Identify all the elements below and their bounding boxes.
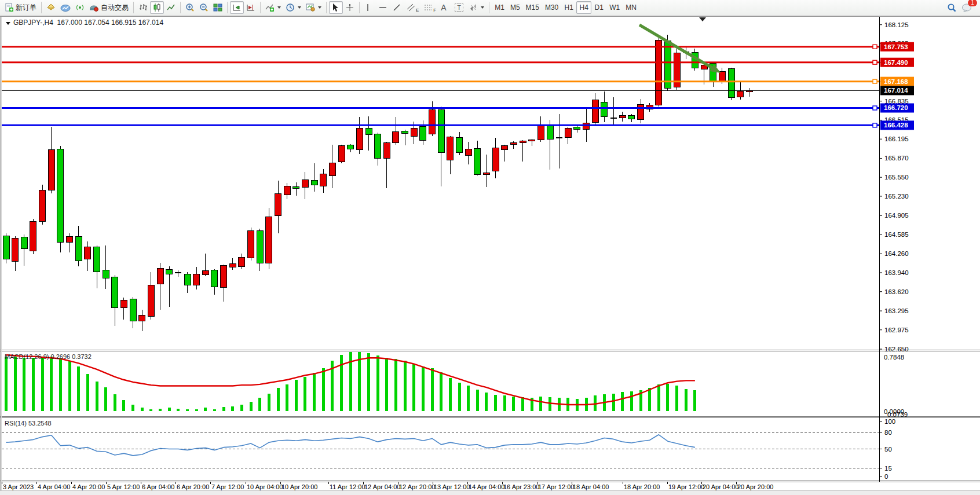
tf-button-mn[interactable]: MN bbox=[623, 1, 639, 14]
candle-doji-body bbox=[556, 137, 562, 138]
tf-button-w1[interactable]: W1 bbox=[606, 1, 623, 14]
label-tool-button[interactable]: T bbox=[452, 1, 466, 14]
time-tick-label: 18 Apr 04:00 bbox=[573, 483, 609, 490]
macd-indicator-label: MACD(12,26,9) 0.2696 0.3732 bbox=[5, 353, 92, 360]
candle-doji-body bbox=[610, 118, 617, 119]
auto-trading-icon bbox=[89, 3, 99, 12]
tf-button-h1[interactable]: H1 bbox=[561, 1, 576, 14]
text-tool-button[interactable]: A bbox=[438, 1, 452, 14]
macd-histogram-bar bbox=[539, 397, 542, 411]
macd-histogram-bar bbox=[675, 386, 678, 410]
candle-body bbox=[30, 222, 36, 251]
time-tick-label: 12 Apr 04:00 bbox=[364, 483, 400, 490]
candle-body bbox=[619, 116, 626, 118]
tf-button-m15[interactable]: M15 bbox=[523, 1, 542, 14]
candle-body bbox=[592, 100, 598, 122]
auto-scroll-button[interactable] bbox=[230, 1, 244, 14]
channel-tool-button[interactable]: E bbox=[404, 1, 421, 14]
macd-histogram-bar bbox=[141, 408, 144, 410]
candle-body bbox=[94, 247, 100, 272]
hline-endpoint-marker[interactable] bbox=[873, 79, 877, 83]
tf-button-d1[interactable]: D1 bbox=[591, 1, 606, 14]
auto-scroll-icon bbox=[232, 3, 242, 12]
macd-histogram-bar bbox=[195, 409, 198, 411]
macd-histogram-bar bbox=[77, 366, 80, 411]
rsi-axis-label: 100 bbox=[884, 418, 895, 425]
signals-icon bbox=[75, 3, 85, 12]
candle-body bbox=[229, 264, 236, 267]
tf-button-m5[interactable]: M5 bbox=[507, 1, 523, 14]
tile-windows-button[interactable] bbox=[211, 1, 225, 14]
cursor-tool-button[interactable] bbox=[329, 1, 343, 14]
toolbar-separator bbox=[326, 2, 327, 13]
macd-histogram-bar bbox=[50, 357, 53, 411]
price-tick-label: 163.940 bbox=[884, 269, 909, 276]
fibonacci-tool-button[interactable]: F bbox=[421, 1, 438, 14]
market-button[interactable] bbox=[58, 1, 73, 14]
horizontal-line-tool-button[interactable] bbox=[376, 1, 390, 14]
signals-button[interactable] bbox=[73, 1, 87, 14]
time-tick-label: 7 Apr 12:00 bbox=[211, 483, 244, 490]
fibonacci-icon bbox=[423, 3, 434, 12]
templates-icon bbox=[306, 3, 315, 12]
macd-histogram-bar bbox=[485, 393, 488, 410]
candle-body bbox=[48, 149, 54, 190]
new-order-button[interactable]: 新订单 bbox=[2, 1, 39, 14]
trendline-tool-button[interactable] bbox=[390, 1, 404, 14]
templates-button[interactable] bbox=[303, 1, 324, 14]
tf-button-m1[interactable]: M1 bbox=[492, 1, 507, 14]
macd-histogram-bar bbox=[422, 366, 425, 411]
time-tick-label: 6 Apr 04:00 bbox=[142, 483, 174, 490]
candle-body bbox=[537, 125, 544, 140]
line-chart-button[interactable] bbox=[164, 1, 178, 14]
toolbar-separator bbox=[260, 2, 261, 13]
mt4-window: 新订单 bbox=[0, 0, 980, 495]
search-button[interactable] bbox=[945, 1, 959, 14]
hline-endpoint-marker[interactable] bbox=[873, 106, 877, 110]
zoom-out-button[interactable] bbox=[197, 1, 211, 14]
candle-body bbox=[103, 270, 109, 278]
price-tick-label: 164.260 bbox=[884, 250, 909, 257]
arrows-tool-button[interactable] bbox=[466, 1, 487, 14]
vertical-line-tool-button[interactable] bbox=[362, 1, 376, 14]
time-tick-label: 20 Apr 20:00 bbox=[737, 483, 773, 490]
rsi-axis-label: 0 bbox=[884, 473, 888, 480]
crosshair-tool-button[interactable] bbox=[343, 1, 357, 14]
macd-histogram-bar bbox=[68, 361, 71, 410]
auto-trading-button[interactable]: 自动交易 bbox=[87, 1, 131, 14]
toolbar-separator bbox=[359, 2, 360, 13]
periods-button[interactable] bbox=[283, 1, 303, 14]
price-tick-label: 164.905 bbox=[884, 212, 909, 219]
time-tick-label: 6 Apr 20:00 bbox=[177, 483, 209, 490]
macd-histogram-bar bbox=[177, 409, 180, 411]
candle-body bbox=[483, 173, 489, 174]
hline-endpoint-marker[interactable] bbox=[873, 123, 877, 127]
indicators-button[interactable] bbox=[263, 1, 283, 14]
tf-button-m30[interactable]: M30 bbox=[542, 1, 561, 14]
metaeditor-button[interactable] bbox=[44, 1, 58, 14]
chat-button[interactable]: 1 bbox=[959, 1, 974, 14]
chart-canvas[interactable]: 168.125167.805167.485167.160166.835166.5… bbox=[0, 16, 980, 495]
chart-collapse-icon[interactable] bbox=[6, 22, 10, 25]
candle-body bbox=[356, 128, 363, 149]
zoom-in-icon bbox=[185, 3, 195, 12]
candle-body bbox=[211, 270, 218, 287]
bar-chart-button[interactable] bbox=[136, 1, 150, 14]
metaeditor-icon bbox=[46, 3, 56, 12]
hline-endpoint-marker[interactable] bbox=[873, 60, 877, 64]
macd-histogram-bar bbox=[693, 390, 696, 410]
candle-body bbox=[438, 110, 444, 153]
macd-histogram-bar bbox=[231, 406, 234, 411]
candlestick-chart-button[interactable] bbox=[150, 1, 164, 14]
candle-body bbox=[85, 247, 91, 259]
macd-histogram-bar bbox=[86, 374, 89, 411]
toolbar-separator bbox=[180, 2, 181, 13]
hline-endpoint-marker[interactable] bbox=[873, 45, 877, 49]
chart-shift-button[interactable] bbox=[244, 1, 258, 14]
tf-button-h4[interactable]: H4 bbox=[576, 1, 591, 14]
toolbar: 新订单 bbox=[0, 0, 980, 16]
zoom-in-button[interactable] bbox=[183, 1, 197, 14]
candle-body bbox=[257, 230, 263, 263]
dropdown-caret-icon bbox=[318, 6, 321, 9]
macd-histogram-bar bbox=[376, 355, 379, 410]
